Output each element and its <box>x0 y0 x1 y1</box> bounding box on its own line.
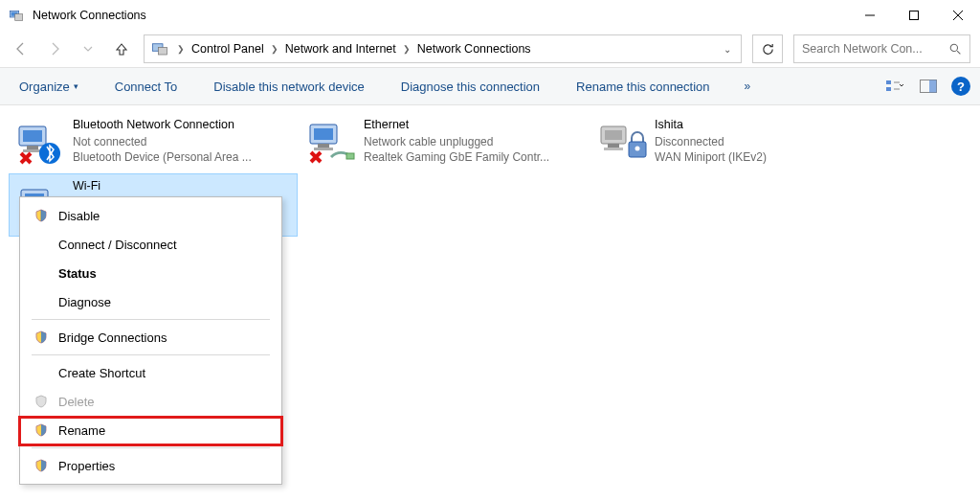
svg-rect-19 <box>27 146 38 149</box>
svg-rect-26 <box>346 153 354 159</box>
recent-button[interactable] <box>77 37 100 60</box>
view-options-button[interactable] <box>886 77 905 96</box>
svg-point-32 <box>635 147 640 151</box>
connection-status: Not connected <box>73 134 252 150</box>
toolbar: Organize▾ Connect To Disable this networ… <box>0 67 980 105</box>
shield-icon <box>33 458 49 473</box>
svg-rect-18 <box>23 130 42 142</box>
menu-separator <box>32 319 270 320</box>
connection-item-ishita[interactable]: Ishita Disconnected WAN Miniport (IKEv2) <box>591 113 879 174</box>
ctx-disable[interactable]: Disable <box>22 201 279 230</box>
connection-icon <box>595 117 649 171</box>
ctx-connect-disconnect[interactable]: Connect / Disconnect <box>22 230 279 259</box>
breadcrumb-item[interactable]: Network and Internet <box>282 35 399 62</box>
svg-rect-16 <box>929 80 937 93</box>
svg-line-10 <box>957 51 960 54</box>
connection-name: Ishita <box>655 117 767 134</box>
chevron-right-icon: ❯ <box>267 44 282 54</box>
address-dropdown[interactable]: ⌄ <box>718 44 737 55</box>
menu-separator <box>32 354 270 355</box>
connection-status: Network cable unplugged <box>364 134 549 150</box>
organize-menu[interactable]: Organize▾ <box>10 74 88 100</box>
connection-icon <box>304 117 358 171</box>
breadcrumb-item[interactable]: Network Connections <box>414 35 534 62</box>
address-bar-row: ❯ Control Panel ❯ Network and Internet ❯… <box>0 31 980 67</box>
svg-rect-20 <box>23 149 42 152</box>
svg-rect-24 <box>318 144 329 148</box>
minimize-button[interactable] <box>848 0 892 31</box>
shield-icon <box>33 208 49 223</box>
svg-rect-8 <box>159 48 167 56</box>
chevron-right-icon: ❯ <box>173 44 189 54</box>
svg-rect-30 <box>604 148 623 150</box>
connection-name: Bluetooth Network Connection <box>73 117 252 134</box>
connection-status: Disconnected <box>655 134 767 150</box>
connect-to-button[interactable]: Connect To <box>105 74 188 100</box>
toolbar-overflow[interactable]: » <box>737 74 759 99</box>
ctx-create-shortcut[interactable]: Create Shortcut <box>22 358 279 387</box>
search-input[interactable]: Search Network Con... <box>793 34 970 63</box>
breadcrumb-bar[interactable]: ❯ Control Panel ❯ Network and Internet ❯… <box>144 34 742 63</box>
diagnose-button[interactable]: Diagnose this connection <box>391 74 549 100</box>
help-icon[interactable]: ? <box>951 77 970 96</box>
ctx-diagnose[interactable]: Diagnose <box>22 287 279 316</box>
ctx-status[interactable]: Status <box>22 259 279 287</box>
connection-name: Wi-Fi <box>73 178 100 195</box>
window-title: Network Connections <box>33 9 848 22</box>
connection-device: Bluetooth Device (Personal Area ... <box>73 149 252 166</box>
ctx-rename[interactable]: Rename <box>22 416 279 444</box>
shield-icon <box>33 394 49 409</box>
connection-item-ethernet[interactable]: Ethernet Network cable unplugged Realtek… <box>301 113 588 174</box>
breadcrumb-item[interactable]: Control Panel <box>189 35 267 62</box>
folder-icon <box>150 39 169 58</box>
up-button[interactable] <box>110 37 133 60</box>
ctx-bridge-connections[interactable]: Bridge Connections <box>22 323 279 352</box>
svg-rect-29 <box>608 144 619 148</box>
preview-pane-button[interactable] <box>919 77 938 96</box>
svg-rect-28 <box>605 130 622 140</box>
connection-device: Realtek Gaming GbE Family Contr... <box>364 149 549 166</box>
svg-rect-4 <box>910 11 919 20</box>
context-menu: Disable Connect / Disconnect Status Diag… <box>19 196 282 485</box>
connection-icon <box>13 117 67 171</box>
refresh-button[interactable] <box>752 34 783 63</box>
chevron-right-icon: ❯ <box>399 44 414 54</box>
connection-name: Ethernet <box>364 117 549 134</box>
connection-device: WAN Miniport (IKEv2) <box>655 149 767 166</box>
menu-separator <box>32 447 270 448</box>
svg-rect-11 <box>886 80 891 84</box>
maximize-button[interactable] <box>892 0 936 31</box>
rename-button[interactable]: Rename this connection <box>567 74 719 100</box>
back-button[interactable] <box>10 37 33 60</box>
forward-button[interactable] <box>43 37 66 60</box>
svg-rect-2 <box>15 14 23 21</box>
ctx-delete: Delete <box>22 387 279 416</box>
svg-rect-25 <box>314 148 333 150</box>
shield-icon <box>33 330 49 345</box>
connection-item-bluetooth[interactable]: Bluetooth Network Connection Not connect… <box>10 113 297 174</box>
svg-point-9 <box>950 44 957 51</box>
disable-device-button[interactable]: Disable this network device <box>204 74 374 100</box>
ctx-properties[interactable]: Properties <box>22 451 279 480</box>
content-area: Bluetooth Network Connection Not connect… <box>0 105 980 243</box>
search-placeholder: Search Network Con... <box>802 42 923 56</box>
window-controls <box>848 0 980 31</box>
svg-rect-23 <box>314 128 333 140</box>
svg-rect-12 <box>886 87 891 91</box>
close-button[interactable] <box>936 0 980 31</box>
shield-icon <box>33 422 49 438</box>
app-icon <box>8 7 25 24</box>
titlebar: Network Connections <box>0 0 980 31</box>
search-icon <box>949 43 962 56</box>
